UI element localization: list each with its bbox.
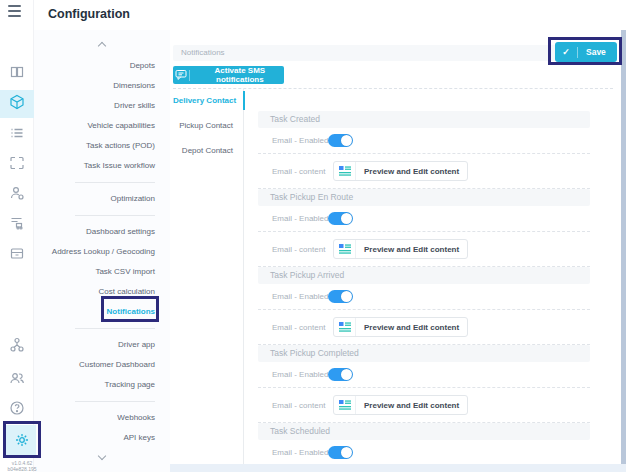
sidebar-divider [75, 401, 155, 402]
preview-edit-label: Preview and Edit content [356, 167, 467, 176]
notifications-panel: Notifications ✓ Save Activate SMS notifi… [170, 30, 626, 472]
preview-edit-label: Preview and Edit content [356, 401, 467, 410]
sidebar-item-address-lookup[interactable]: Address Lookup / Geocoding [34, 242, 170, 262]
activate-sms-label: Activate SMS notifications [196, 66, 284, 84]
network-icon[interactable] [9, 337, 25, 353]
panel-title-bar: Notifications [173, 45, 613, 61]
toggle-knob [341, 369, 352, 380]
sidebar-item-tracking-page[interactable]: Tracking page [34, 375, 170, 395]
preview-edit-button[interactable]: Preview and Edit content [333, 317, 468, 337]
email-enabled-toggle[interactable] [328, 368, 353, 381]
sidebar-item-dimensions[interactable]: Dimensions [34, 76, 170, 96]
preview-edit-button[interactable]: Preview and Edit content [333, 161, 468, 181]
button-separator [189, 70, 190, 81]
icon-rail: v1.0.4.62 b04e828.195 [0, 0, 34, 472]
sidebar-item-cost-calculation[interactable]: Cost calculation [34, 282, 170, 302]
toggle-knob [341, 213, 352, 224]
menu-icon[interactable] [8, 5, 21, 17]
sidebar-item-task-actions[interactable]: Task actions (POD) [34, 136, 170, 156]
email-content-label: Email - content [272, 323, 328, 332]
email-content-label: Email - content [272, 167, 328, 176]
config-sidebar: Depots Dimensions Driver skills Vehicle … [34, 30, 170, 472]
tab-depot-contact[interactable]: Depot Contact [173, 138, 243, 163]
sidebar-divider [75, 328, 155, 329]
preview-edit-button[interactable]: Preview and Edit content [333, 239, 468, 259]
email-enabled-toggle[interactable] [328, 134, 353, 147]
sidebar-item-webhooks[interactable]: Webhooks [34, 408, 170, 428]
check-icon: ✓ [555, 47, 577, 57]
gear-icon[interactable] [14, 432, 30, 448]
horizontal-scrollbar[interactable] [170, 464, 626, 472]
sidebar-divider [75, 215, 155, 216]
sidebar-item-api-keys[interactable]: API keys [34, 428, 170, 448]
email-enabled-label: Email - Enabled [272, 214, 328, 223]
page-title: Configuration [48, 7, 130, 21]
activate-sms-button[interactable]: Activate SMS notifications [173, 66, 284, 84]
sidebar-item-customer-dashboard[interactable]: Customer Dashboard [34, 355, 170, 375]
email-enabled-label: Email - Enabled [272, 448, 328, 457]
email-enabled-label: Email - Enabled [272, 292, 328, 301]
sidebar-divider [75, 182, 155, 183]
person-gear-icon[interactable] [9, 185, 25, 201]
contact-tabs: Delivery Contact Pickup Contact Depot Co… [173, 88, 244, 464]
sidebar-item-task-csv-import[interactable]: Task CSV import [34, 262, 170, 282]
list-icon[interactable] [9, 125, 25, 141]
scroll-down-chevron[interactable] [98, 451, 106, 465]
email-enabled-label: Email - Enabled [272, 370, 328, 379]
section-title: Task Pickup En Route [258, 189, 590, 206]
section-title: Task Pickup Arrived [258, 267, 590, 284]
vertical-scrollbar[interactable] [621, 30, 626, 464]
content-preview-icon [334, 396, 356, 414]
task-truck-icon[interactable] [9, 215, 25, 231]
email-enabled-toggle[interactable] [328, 212, 353, 225]
email-enabled-toggle[interactable] [328, 290, 353, 303]
section-title: Task Pickup Completed [258, 345, 590, 362]
section-title: Task Scheduled [258, 423, 590, 440]
section-task-created: Task Created Email - Enabled Email - con… [258, 111, 590, 189]
chat-bubble-icon [173, 69, 189, 81]
tab-delivery-contact[interactable]: Delivery Contact [173, 88, 243, 113]
save-button-label: Save [586, 47, 606, 57]
content-preview-icon [334, 318, 356, 336]
preview-edit-button[interactable]: Preview and Edit content [333, 395, 468, 415]
app-version: v1.0.4.62 b04e828.195 [0, 460, 44, 472]
people-icon[interactable] [9, 370, 25, 386]
archive-icon[interactable] [9, 245, 25, 261]
email-enabled-label: Email - Enabled [272, 136, 328, 145]
section-task-pickup-arrived: Task Pickup Arrived Email - Enabled Emai… [258, 267, 590, 345]
button-separator [577, 47, 578, 58]
scroll-up-chevron[interactable] [98, 39, 106, 53]
content-preview-icon [334, 240, 356, 258]
sidebar-item-optimization[interactable]: Optimization [34, 189, 170, 209]
section-task-scheduled: Task Scheduled Email - Enabled [258, 423, 590, 466]
email-content-label: Email - content [272, 245, 328, 254]
preview-edit-label: Preview and Edit content [356, 245, 467, 254]
section-task-pickup-en-route: Task Pickup En Route Email - Enabled Ema… [258, 189, 590, 267]
help-icon[interactable] [9, 400, 25, 416]
sidebar-item-depots[interactable]: Depots [34, 56, 170, 76]
email-content-label: Email - content [272, 401, 328, 410]
package-icon[interactable] [9, 94, 25, 110]
notification-sections: Task Created Email - Enabled Email - con… [258, 111, 590, 466]
sidebar-item-driver-app[interactable]: Driver app [34, 335, 170, 355]
sidebar-item-driver-skills[interactable]: Driver skills [34, 96, 170, 116]
sidebar-item-vehicle-capabilities[interactable]: Vehicle capabilities [34, 116, 170, 136]
task-actions-icon[interactable] [9, 155, 25, 171]
toggle-knob [341, 135, 352, 146]
email-enabled-toggle[interactable] [328, 446, 353, 459]
save-button[interactable]: ✓ Save [555, 42, 617, 62]
tab-pickup-contact[interactable]: Pickup Contact [173, 113, 243, 138]
sidebar-item-task-issue-workflow[interactable]: Task Issue workflow [34, 156, 170, 176]
sidebar-item-dashboard-settings[interactable]: Dashboard settings [34, 222, 170, 242]
preview-edit-label: Preview and Edit content [356, 323, 467, 332]
toggle-knob [341, 447, 352, 458]
sidebar-item-notifications[interactable]: Notifications [34, 302, 170, 322]
book-icon[interactable] [9, 64, 25, 80]
section-title: Task Created [258, 111, 590, 128]
section-task-pickup-completed: Task Pickup Completed Email - Enabled Em… [258, 345, 590, 423]
toggle-knob [341, 291, 352, 302]
content-preview-icon [334, 162, 356, 180]
